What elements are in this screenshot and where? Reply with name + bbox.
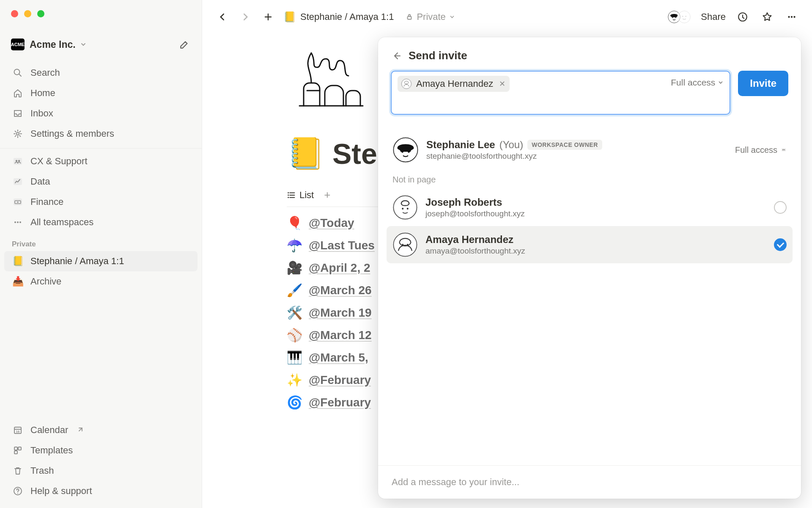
select-radio[interactable]	[774, 201, 787, 214]
member-row[interactable]: Amaya Hernandez amaya@toolsforthought.xy…	[387, 226, 793, 263]
sidebar-item-finance[interactable]: Finance	[4, 192, 198, 212]
item-emoji: 🌀	[287, 395, 302, 410]
nav-back-button[interactable]	[215, 9, 230, 25]
select-radio[interactable]	[774, 238, 787, 251]
sidebar-item-help[interactable]: Help & support	[4, 481, 198, 501]
member-name: Amaya Hernandez	[425, 234, 513, 246]
sidebar-item-settings[interactable]: Settings & members	[4, 124, 198, 144]
popover-back-button[interactable]	[392, 51, 402, 61]
visibility-label: Private	[417, 11, 445, 22]
favorite-button[interactable]	[760, 9, 775, 25]
sidebar-item-label: Trash	[30, 465, 54, 476]
sidebar-item-archive[interactable]: 📥 Archive	[4, 271, 198, 292]
share-button[interactable]: Share	[701, 11, 726, 22]
member-permission-select[interactable]: Full access	[735, 145, 787, 155]
svg-point-38	[402, 208, 403, 210]
item-emoji: 🎥	[287, 260, 302, 275]
svg-point-10	[17, 221, 19, 223]
svg-point-37	[393, 196, 417, 219]
sidebar-item-templates[interactable]: Templates	[4, 440, 198, 461]
sidebar-item-search[interactable]: Search	[4, 63, 198, 83]
popover-title: Send invite	[409, 49, 467, 62]
tab-list[interactable]: List	[287, 190, 314, 201]
more-button[interactable]	[784, 9, 799, 25]
sidebar-item-label: Finance	[30, 196, 63, 207]
recipient-chip[interactable]: Amaya Hernandez ✕	[398, 76, 510, 92]
owner-badge: WORKSPACE OWNER	[527, 140, 602, 150]
zoom-window-dot[interactable]	[37, 10, 44, 17]
avatar	[677, 10, 691, 24]
chip-name: Amaya Hernandez	[416, 78, 493, 89]
visibility-indicator[interactable]: Private	[406, 11, 455, 22]
svg-point-31	[288, 194, 289, 196]
sidebar-item-label: Calendar	[30, 425, 68, 436]
svg-point-28	[791, 16, 793, 18]
add-view-button[interactable]: +	[320, 188, 330, 202]
sidebar: ACME Acme Inc. Search Home Inbox	[0, 0, 202, 508]
item-title: @March 26	[309, 284, 372, 297]
sidebar-item-label: Inbox	[30, 108, 53, 119]
permission-label: Full access	[735, 145, 777, 155]
page-cover-illustration	[287, 47, 376, 110]
you-label: (You)	[499, 139, 523, 151]
sidebar-item-cx-support[interactable]: CX & Support	[4, 151, 198, 171]
invite-message-row	[378, 465, 801, 499]
breadcrumb[interactable]: 📒 Stephanie / Amaya 1:1	[283, 11, 394, 23]
item-emoji: 🎈	[287, 215, 302, 230]
item-title: @March 5,	[309, 351, 368, 364]
money-icon	[12, 196, 24, 208]
calendar-icon: 16	[12, 424, 24, 436]
sidebar-item-home[interactable]: Home	[4, 83, 198, 103]
sidebar-item-label: Search	[30, 67, 60, 78]
list-icon	[287, 190, 296, 200]
invite-recipient-input[interactable]: Amaya Hernandez ✕ Full access	[391, 71, 730, 115]
svg-point-24	[682, 16, 683, 17]
item-title: @February	[309, 396, 371, 409]
sidebar-item-stephanie-amaya[interactable]: 📒 Stephanie / Amaya 1:1	[4, 251, 198, 271]
window-traffic-lights[interactable]	[11, 10, 44, 17]
updates-button[interactable]	[735, 9, 750, 25]
close-window-dot[interactable]	[11, 10, 18, 17]
svg-point-9	[14, 221, 16, 223]
svg-point-42	[407, 244, 409, 246]
item-emoji: ⚾	[287, 328, 302, 342]
svg-point-25	[686, 16, 686, 17]
svg-point-22	[675, 17, 676, 18]
avatar	[392, 232, 418, 257]
workspace-switcher[interactable]: ACME Acme Inc.	[0, 38, 202, 63]
lock-icon	[406, 13, 413, 21]
sidebar-item-calendar[interactable]: 16 Calendar	[4, 420, 198, 440]
svg-point-40	[393, 233, 417, 256]
chevron-down-icon	[449, 14, 455, 20]
chip-remove-button[interactable]: ✕	[497, 79, 505, 88]
invite-button[interactable]: Invite	[738, 71, 788, 96]
minimize-window-dot[interactable]	[24, 10, 31, 17]
item-title: @April 2, 2	[309, 261, 370, 275]
item-title: @February	[309, 373, 371, 387]
invite-message-input[interactable]	[392, 477, 787, 488]
new-page-button[interactable]	[178, 38, 191, 51]
invite-permission-select[interactable]: Full access	[671, 77, 724, 88]
breadcrumb-label: Stephanie / Amaya 1:1	[300, 11, 394, 22]
member-row-owner: Stephanie Lee (You) WORKSPACE OWNER step…	[387, 131, 793, 169]
sidebar-item-inbox[interactable]: Inbox	[4, 103, 198, 124]
member-row[interactable]: Joseph Roberts joseph@toolsforthought.xy…	[387, 189, 793, 226]
item-emoji: ☂️	[287, 238, 302, 253]
new-tab-button[interactable]	[261, 9, 276, 25]
member-name: Joseph Roberts	[425, 196, 502, 208]
member-name: Stephanie Lee	[426, 139, 495, 151]
sidebar-item-all-teamspaces[interactable]: All teamspaces	[4, 212, 198, 232]
avatar	[401, 78, 412, 89]
svg-point-29	[793, 16, 795, 18]
sidebar-item-data[interactable]: Data	[4, 171, 198, 192]
trash-icon	[12, 465, 24, 477]
presence-avatars[interactable]	[667, 10, 691, 24]
main-area: 📒 Stephanie / Amaya 1:1 Private Share	[202, 0, 812, 508]
nav-forward-button[interactable]	[238, 9, 253, 25]
sidebar-item-trash[interactable]: Trash	[4, 461, 198, 481]
svg-point-41	[402, 244, 403, 246]
item-title: @Today	[309, 216, 354, 230]
external-link-icon	[77, 427, 83, 433]
chevron-down-icon	[80, 41, 87, 48]
page-title-emoji[interactable]: 📒	[287, 135, 325, 171]
